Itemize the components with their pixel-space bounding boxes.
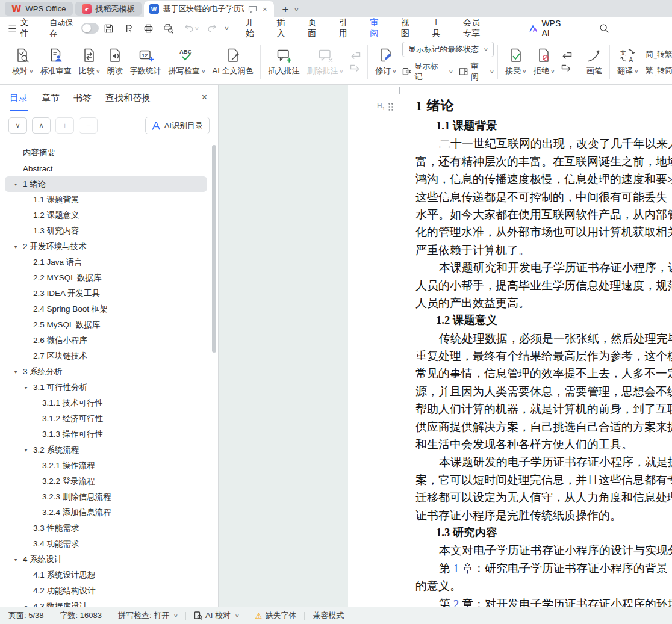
ai-polish-button[interactable]: AI 全文润色 <box>209 43 257 81</box>
autosave-toggle[interactable] <box>81 23 99 34</box>
expand-all-button[interactable]: ∨ <box>8 117 27 134</box>
sidebar-scrollbar-thumb[interactable] <box>212 145 216 353</box>
word-count-button[interactable]: 12 字数统计 <box>126 43 165 81</box>
ai-proofread-status[interactable]: AI 校对 ∨ <box>194 610 239 621</box>
toc-item[interactable]: 3.2.1 操作流程 <box>5 458 207 474</box>
toc-item[interactable]: 3.1.3 操作可行性 <box>5 427 207 442</box>
menu-item-4[interactable]: 引用 <box>339 17 352 39</box>
toc-item[interactable]: 3.4 功能需求 <box>5 536 207 552</box>
new-tab-button[interactable]: + <box>282 5 289 14</box>
toc-expand-arrow-icon[interactable]: ▼ <box>13 557 17 562</box>
sidebar-tab-find-replace[interactable]: 查找和替换 <box>105 93 151 110</box>
print-preview-button[interactable] <box>160 22 176 36</box>
translate-button[interactable]: 文A 翻译∨ <box>614 43 642 81</box>
toc-expand-arrow-icon[interactable]: ▼ <box>13 244 17 249</box>
menu-item-7[interactable]: 工具 <box>432 17 444 39</box>
menu-item-2[interactable]: 插入 <box>277 17 290 39</box>
toc-item[interactable]: 4.1 系统设计思想 <box>5 567 207 583</box>
menu-item-1[interactable]: 开始 <box>246 17 258 39</box>
search-button[interactable] <box>596 22 612 36</box>
toc-item[interactable]: 1.2 课题意义 <box>5 208 207 223</box>
toc-item[interactable]: ▼1 绪论 <box>5 176 207 192</box>
toc-item[interactable]: 2.7 区块链技术 <box>5 348 207 364</box>
toc-item[interactable]: 3.1.1 技术可行性 <box>5 395 207 411</box>
previous-change-icon[interactable] <box>561 52 572 60</box>
tab-active-document[interactable]: W 基于区块链的电子学历证书存 × <box>144 1 274 17</box>
toc-item[interactable]: 3.2.2 登录流程 <box>5 474 207 489</box>
review-pane-button[interactable]: 审阅 ∨ <box>459 61 494 82</box>
toc-expand-arrow-icon[interactable]: ▼ <box>23 385 28 390</box>
sidebar-tab-toc[interactable]: 目录 <box>10 93 28 111</box>
toc-item[interactable]: 3.2.4 添加信息流程 <box>5 505 207 521</box>
toc-item[interactable]: 内容摘要 <box>5 145 207 161</box>
toc-item[interactable]: 2.6 微信小程序 <box>5 333 207 348</box>
comment-bubble-icon[interactable] <box>248 5 257 13</box>
save-button[interactable] <box>101 22 117 36</box>
close-sidebar-icon[interactable]: × <box>202 92 207 103</box>
proofread-button[interactable]: 校对∨ <box>8 43 37 81</box>
markup-state-dropdown[interactable]: 显示标记的最终状态 ∨ <box>402 42 494 57</box>
quickbar-more-chevron-icon[interactable]: ∨ <box>224 25 229 31</box>
missing-font-warning[interactable]: ⚠ 缺失字体 <box>255 610 297 621</box>
tab-docer-templates[interactable]: 找稻壳模板 <box>75 2 142 16</box>
show-markup-button[interactable]: 显示标记 ∨ <box>402 61 453 82</box>
spell-check-button[interactable]: ABC 拼写检查∨ <box>165 43 209 81</box>
toc-item[interactable]: ▼3 系统分析 <box>5 364 207 380</box>
toc-item[interactable]: 4.2 功能结构设计 <box>5 583 207 599</box>
sidebar-tab-bookmarks[interactable]: 书签 <box>73 93 92 110</box>
compare-button[interactable]: 比较∨ <box>75 43 104 81</box>
track-changes-button[interactable]: 修订∨ <box>372 43 400 81</box>
toc-expand-arrow-icon[interactable]: ▼ <box>13 182 17 187</box>
spellcheck-status[interactable]: 拼写检查: 打开 ∨ <box>118 610 178 621</box>
document-page[interactable]: H1 1 绪论 1.1 课题背景二十一世纪互联网的出现，改变了几千年以来人们的生… <box>348 85 672 607</box>
toc-item[interactable]: 1.3 研究内容 <box>5 223 207 239</box>
toc-item[interactable]: 2.3 IDEA 开发工具 <box>5 286 207 301</box>
toc-item[interactable]: 3.2.3 删除信息流程 <box>5 489 207 505</box>
toc-item[interactable]: 2.2 MYSQL 数据库 <box>5 270 207 286</box>
accept-change-button[interactable]: 接受∨ <box>502 43 530 81</box>
svg-text:12: 12 <box>142 52 148 58</box>
menu-item-8[interactable]: 会员专享 <box>463 17 488 39</box>
tab-list-chevron-icon[interactable]: ∨ <box>293 7 299 13</box>
toc-item[interactable]: 3.3 性能需求 <box>5 521 207 536</box>
next-change-icon[interactable] <box>561 64 572 72</box>
toc-expand-arrow-icon[interactable]: ▼ <box>13 369 17 374</box>
toc-item[interactable]: 3.1.2 经济可行性 <box>5 411 207 427</box>
insert-comment-button[interactable]: 插入批注 <box>264 43 303 81</box>
file-menu-label: 文件 <box>20 17 35 39</box>
tab-wps-office[interactable]: W WPS Office <box>5 2 73 16</box>
drag-handle-icon[interactable] <box>388 102 394 111</box>
page-indicator[interactable]: 页面: 5/38 <box>8 610 44 621</box>
word-count-indicator[interactable]: 字数: 16083 <box>60 610 102 621</box>
traditional-to-simplified-button[interactable]: 繁→ 转简 <box>646 65 672 76</box>
ai-recognize-toc-button[interactable]: AI识别目录 <box>145 117 210 134</box>
heading-level-marker[interactable]: H1 <box>377 102 394 111</box>
toc-item[interactable]: 2.5 MySQL 数据库 <box>5 317 207 333</box>
ink-brush-button[interactable]: 画笔 <box>583 43 606 81</box>
toc-item[interactable]: 2.1 Java 语言 <box>5 255 207 270</box>
wps-ai-button[interactable]: WPS AI <box>529 19 564 38</box>
toc-item[interactable]: 1.1 课题背景 <box>5 192 207 208</box>
menu-item-6[interactable]: 视图 <box>401 17 414 39</box>
simplified-to-traditional-button[interactable]: 简→ 转繁 <box>646 49 672 60</box>
toc-item[interactable]: 2.4 Spring Boot 框架 <box>5 301 207 317</box>
toc-item[interactable]: ▼4 系统设计 <box>5 552 207 567</box>
export-button[interactable] <box>120 22 137 36</box>
toc-expand-arrow-icon[interactable]: ▼ <box>23 448 28 453</box>
toc-item[interactable]: Abstract <box>5 161 207 176</box>
menu-item-5[interactable]: 审阅 <box>370 17 382 39</box>
toc-item[interactable]: ▼2 开发环境与技术 <box>5 239 207 255</box>
toc-item[interactable]: ▼3.1 可行性分析 <box>5 380 207 395</box>
sidebar-tab-chapters[interactable]: 章节 <box>42 93 60 110</box>
toc-item[interactable]: ▼4.3 数据库设计 <box>5 599 207 607</box>
file-menu[interactable]: 文件 <box>8 17 34 39</box>
collapse-all-button[interactable]: ∧ <box>32 117 51 134</box>
standard-review-button[interactable]: 标准审查 <box>37 43 75 81</box>
read-aloud-button[interactable]: 朗读 <box>104 43 126 81</box>
toc-item[interactable]: ▼3.2 系统流程 <box>5 442 207 458</box>
compatibility-mode-indicator[interactable]: 兼容模式 <box>313 610 344 621</box>
menu-item-3[interactable]: 页面 <box>308 17 320 39</box>
print-button[interactable] <box>140 22 157 36</box>
close-tab-icon[interactable]: × <box>261 5 269 14</box>
reject-change-button[interactable]: 拒绝∨ <box>530 43 558 81</box>
